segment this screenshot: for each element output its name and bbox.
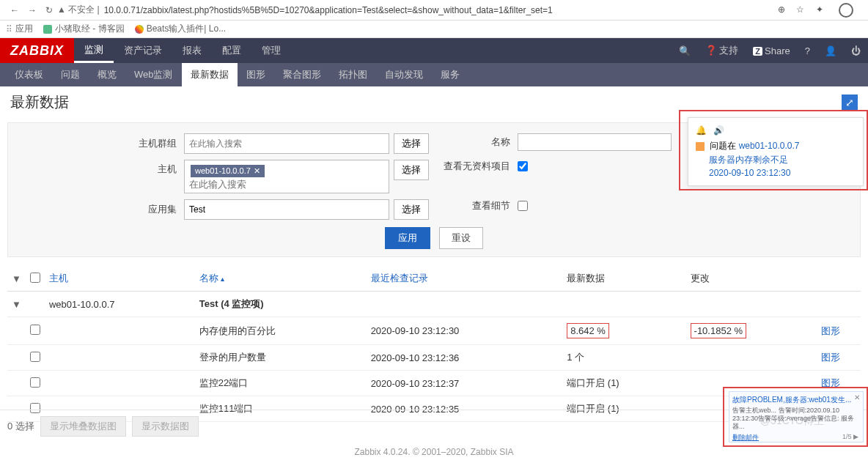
item-change: -10.1852 %	[691, 323, 747, 338]
subnav-discovery[interactable]: 自动发现	[376, 63, 432, 86]
toast-close-icon[interactable]: ✕	[854, 393, 860, 401]
bookmark-bar: 应用 小猪取经 - 博客园 Beats输入插件| Lo...	[0, 21, 868, 38]
table-group-row: ▼ web01-10.0.0.7 Test (4 监控项)	[7, 292, 861, 317]
power-icon[interactable]: ⏻	[851, 45, 861, 56]
show-no-data-checkbox[interactable]	[518, 161, 528, 171]
row-checkbox[interactable]	[30, 325, 40, 335]
subnav-web[interactable]: Web监测	[125, 63, 182, 86]
toast-pager: 1/5	[842, 433, 852, 440]
toast-title[interactable]: 故障PROBLEM,服务器:web01发生...	[732, 395, 860, 405]
graph-link[interactable]: 图形	[821, 325, 840, 336]
page-title: 最新数据	[10, 92, 842, 112]
expand-all-icon[interactable]: ▼	[12, 273, 21, 284]
appset-label: 应用集	[8, 203, 184, 216]
item-data: 8.642 %	[567, 323, 609, 338]
back-icon[interactable]: ←	[10, 5, 19, 15]
show-detail-checkbox[interactable]	[518, 201, 528, 211]
notification-popup: 🔔 🔊 问题在 web01-10.0.0.7 服务器内存剩余不足 2020-09…	[688, 117, 864, 186]
share-link[interactable]: ZShare	[753, 45, 790, 56]
host-label: 主机	[8, 160, 184, 176]
item-change	[686, 345, 817, 371]
subnav-problems[interactable]: 问题	[52, 63, 89, 86]
group-label: Test (4 监控项)	[199, 298, 264, 309]
search-icon[interactable]: 🔍	[679, 45, 691, 56]
copyright: Zabbix 4.0.24. © 2001–2020, Zabbix SIA	[0, 447, 868, 457]
data-graph-button[interactable]: 显示数据图	[132, 416, 199, 437]
remove-tag-icon[interactable]: ✕	[254, 166, 260, 175]
appset-input[interactable]	[184, 199, 389, 220]
notif-host-link[interactable]: web01-10.0.0.7	[739, 141, 800, 151]
bell-icon[interactable]: 🔔	[696, 125, 707, 136]
star-icon[interactable]: ☆	[796, 4, 804, 15]
col-check[interactable]: 最近检查记录	[367, 266, 563, 292]
nav-admin[interactable]: 管理	[251, 38, 291, 63]
sound-icon[interactable]: 🔊	[713, 125, 724, 136]
notif-message-link[interactable]: 服务器内存剩余不足	[709, 155, 788, 165]
subnav-screens[interactable]: 聚合图形	[274, 63, 330, 86]
reset-button[interactable]: 重设	[439, 227, 483, 249]
item-name: 登录的用户数量	[195, 345, 367, 371]
row-checkbox[interactable]	[30, 377, 40, 388]
group-host: web01-10.0.0.7	[45, 292, 195, 317]
security-warning: ▲ 不安全 |	[57, 4, 100, 16]
name-input[interactable]	[518, 133, 672, 151]
graph-link[interactable]: 图形	[821, 352, 840, 363]
severity-color-icon	[696, 142, 705, 151]
subnav-latest-data[interactable]: 最新数据	[182, 63, 238, 86]
nav-monitoring[interactable]: 监测	[74, 38, 114, 63]
col-host[interactable]: 主机	[45, 266, 195, 292]
support-link[interactable]: ❓ 支持	[705, 44, 739, 57]
nav-reports[interactable]: 报表	[172, 38, 212, 63]
bookmark-item[interactable]: 小猪取经 - 博客园	[43, 23, 125, 35]
apps-shortcut[interactable]: 应用	[6, 23, 33, 35]
row-checkbox[interactable]	[30, 352, 40, 362]
subnav-dashboard[interactable]: 仪表板	[6, 63, 52, 86]
item-name: 内存使用的百分比	[195, 317, 367, 345]
graph-link[interactable]: 图形	[821, 377, 840, 388]
show-detail-label: 查看细节	[433, 199, 518, 212]
logo[interactable]: ZABBIX	[0, 38, 74, 63]
nav-config[interactable]: 配置	[212, 38, 251, 63]
help-icon[interactable]: ?	[805, 45, 810, 56]
host-select-button[interactable]: 选择	[394, 160, 429, 180]
show-no-data-label: 查看无资料项目	[433, 160, 518, 173]
user-icon[interactable]: 👤	[825, 45, 836, 56]
hostgroup-input[interactable]	[184, 133, 389, 154]
apply-button[interactable]: 应用	[385, 227, 430, 249]
col-data: 最新数据	[562, 266, 685, 292]
subnav-maps[interactable]: 拓扑图	[330, 63, 376, 86]
expand-row-icon[interactable]: ▼	[12, 299, 21, 310]
stacked-graph-button[interactable]: 显示堆叠数据图	[40, 416, 126, 437]
item-name: 监控22端口	[195, 371, 367, 396]
col-name[interactable]: 名称	[195, 266, 367, 292]
nav-inventory[interactable]: 资产记录	[114, 38, 172, 63]
extension-icon[interactable]: ✦	[816, 4, 823, 15]
subnav-graphs[interactable]: 图形	[238, 63, 274, 86]
notif-time-link[interactable]: 2020-09-10 23:12:30	[709, 168, 790, 178]
appset-select-button[interactable]: 选择	[394, 199, 429, 220]
selected-count: 0 选择	[7, 420, 34, 433]
search-icon[interactable]: ⊕	[778, 4, 785, 15]
hostgroup-select-button[interactable]: 选择	[394, 133, 429, 154]
browser-address-bar: ← → ↻ ▲ 不安全 | 10.0.0.71/zabbix/latest.ph…	[0, 0, 868, 21]
host-tag[interactable]: web01-10.0.0.7✕	[191, 165, 265, 177]
reload-icon[interactable]: ↻	[45, 5, 53, 15]
item-check: 2020-09-10 23:12:36	[367, 345, 563, 371]
col-change: 更改	[686, 266, 817, 292]
item-check: 2020-09-10 23:12:37	[367, 371, 563, 396]
notif-prefix: 问题在	[710, 141, 736, 151]
item-check: 2020-09-10 23:12:30	[367, 317, 563, 345]
select-all-checkbox[interactable]	[30, 273, 40, 283]
host-input[interactable]	[189, 179, 375, 190]
url-text[interactable]: 10.0.0.71/zabbix/latest.php?hostids%5B%5…	[104, 5, 773, 15]
bookmark-item[interactable]: Beats输入插件| Lo...	[135, 23, 227, 35]
email-toast: ✕ 故障PROBLEM,服务器:web01发生... 告警主机web... 告警…	[729, 391, 864, 442]
host-multiselect[interactable]: web01-10.0.0.7✕	[184, 160, 389, 193]
fullscreen-button[interactable]: ⤢	[842, 95, 858, 111]
toast-delete-link[interactable]: 删除邮件	[732, 434, 759, 441]
forward-icon[interactable]: →	[28, 5, 37, 15]
subnav-overview[interactable]: 概览	[89, 63, 125, 86]
profile-icon[interactable]	[834, 4, 858, 15]
subnav-services[interactable]: 服务	[432, 63, 468, 86]
sub-nav: 仪表板 问题 概览 Web监测 最新数据 图形 聚合图形 拓扑图 自动发现 服务	[0, 63, 868, 86]
